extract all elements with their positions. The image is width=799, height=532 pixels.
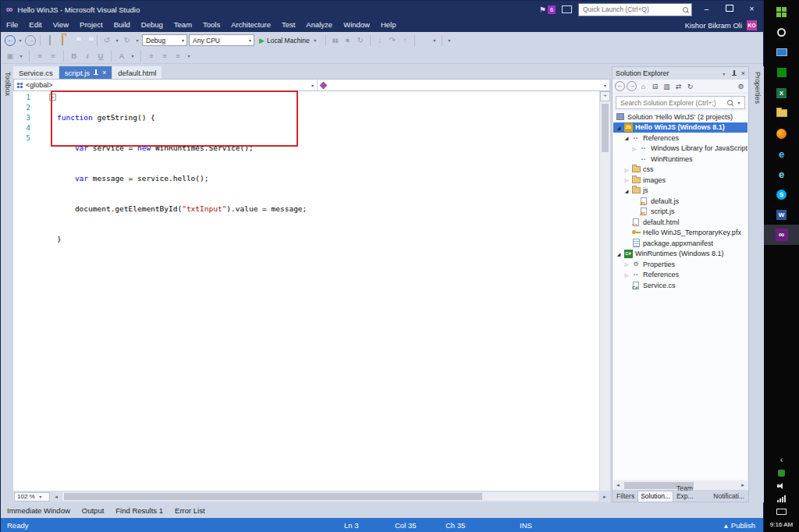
italic-icon[interactable]: I xyxy=(82,51,93,60)
properties-collapsed-tab[interactable]: Properties xyxy=(749,66,765,502)
solution-explorer-header[interactable]: Solution Explorer ▾ × xyxy=(613,67,748,80)
sync-with-active-document-icon[interactable]: ⇄ xyxy=(673,83,684,90)
menu-item-team[interactable]: Team xyxy=(169,18,197,32)
user-avatar[interactable]: KO xyxy=(747,20,757,30)
menu-item-debug[interactable]: Debug xyxy=(136,18,169,32)
code-editor[interactable]: 1 2 3 4 5 − function getString() { var s… xyxy=(13,91,610,491)
close-icon[interactable]: × xyxy=(102,69,106,76)
chevron-down-icon[interactable]: ▾ xyxy=(130,53,136,59)
chevron-down-icon[interactable]: ▾ xyxy=(18,53,24,59)
collapse-all-icon[interactable]: ⊟ xyxy=(650,83,660,90)
step-out-icon[interactable]: ↑ xyxy=(400,36,410,44)
expander-icon[interactable]: ◢ xyxy=(615,125,623,130)
menu-item-help[interactable]: Help xyxy=(375,18,402,32)
skype-icon[interactable]: S xyxy=(764,184,799,204)
style-block-icon[interactable]: ▣ xyxy=(5,51,16,60)
step-over-icon[interactable]: ↷ xyxy=(387,36,398,44)
step-into-icon[interactable]: ↓ xyxy=(375,36,385,44)
notifications-flag[interactable]: ⚑ 6 xyxy=(539,5,556,14)
toolbar-options-icon[interactable]: ▾ xyxy=(186,53,192,59)
pin-icon[interactable] xyxy=(93,69,99,76)
increase-indent-icon[interactable]: ≡ xyxy=(48,51,59,60)
code-text[interactable]: function getString() { var service = new… xyxy=(57,92,307,264)
redo-dropdown-icon[interactable]: ▾ xyxy=(134,37,140,43)
menu-item-file[interactable]: File xyxy=(1,18,23,32)
tab-service-cs[interactable]: Service.cs xyxy=(13,66,59,79)
hidden-icons-chevron[interactable]: ‹ xyxy=(780,456,783,463)
tab-find-results[interactable]: Find Results 1 xyxy=(115,506,163,515)
solution-platforms-dropdown[interactable]: Any CPU ▾ xyxy=(189,34,254,46)
publish-button[interactable]: ▴ Publish xyxy=(724,518,755,532)
restart-icon[interactable]: ↻ xyxy=(355,36,366,44)
expander-icon[interactable]: ▷ xyxy=(623,272,630,278)
safely-remove-icon[interactable] xyxy=(778,470,785,477)
menu-item-edit[interactable]: Edit xyxy=(23,18,47,32)
editor-horizontal-scrollbar[interactable] xyxy=(62,492,598,501)
expander-icon[interactable]: ◢ xyxy=(623,135,630,140)
expander-icon[interactable]: ▷ xyxy=(630,146,638,151)
scroll-right-icon[interactable]: ► xyxy=(738,483,748,488)
forward-icon[interactable]: → xyxy=(627,81,637,91)
navigate-backward-icon[interactable]: ← xyxy=(5,35,16,46)
excel-icon[interactable]: X xyxy=(764,83,799,103)
tree-item-winruntimes-ref[interactable]: ▪▪ WinRuntimes xyxy=(613,154,748,165)
tree-item-temporary-key[interactable]: Hello WinJS_TemporaryKey.pfx xyxy=(613,228,748,239)
tab-script-js[interactable]: script.js × xyxy=(59,66,112,79)
tree-item-project-winruntimes[interactable]: ◢ C# WinRuntimes (Windows 8.1) xyxy=(613,249,748,260)
tree-item-css-folder[interactable]: ▷ css xyxy=(613,165,748,176)
expander-icon[interactable]: ▷ xyxy=(623,261,630,267)
open-file-icon[interactable] xyxy=(57,36,68,44)
show-all-files-icon[interactable]: ▥ xyxy=(662,83,672,90)
store-icon[interactable] xyxy=(764,62,799,83)
solution-search-box[interactable]: ▾ xyxy=(616,96,745,109)
scroll-left-icon[interactable]: ◄ xyxy=(51,495,61,499)
quick-launch-input[interactable] xyxy=(581,5,680,14)
scope-dropdown[interactable]: <global> ▾ xyxy=(14,80,318,90)
scrollbar-thumb[interactable] xyxy=(64,493,482,500)
scrollbar-thumb[interactable] xyxy=(602,104,609,152)
tree-item-images-folder[interactable]: ▷ images xyxy=(613,175,748,186)
back-icon[interactable]: ← xyxy=(615,81,625,91)
align-center-icon[interactable]: ≡ xyxy=(159,51,170,60)
navigate-forward-icon[interactable]: → xyxy=(25,35,36,46)
tab-filters[interactable]: Filters xyxy=(614,491,637,502)
menu-item-view[interactable]: View xyxy=(48,18,74,32)
home-icon[interactable]: ⌂ xyxy=(638,83,648,90)
close-icon[interactable]: × xyxy=(741,69,745,77)
restore-button[interactable] xyxy=(721,2,737,17)
desktop-icon[interactable] xyxy=(764,42,799,62)
tree-item-solution[interactable]: Solution 'Hello WinJS' (2 projects) xyxy=(613,112,748,122)
zoom-dropdown[interactable]: 102 % ▾ xyxy=(14,492,50,502)
break-all-icon[interactable]: ▮▮ xyxy=(330,37,341,44)
undo-icon[interactable]: ↺ xyxy=(101,36,112,44)
stop-debugging-icon[interactable]: ■ xyxy=(343,37,353,44)
menu-item-architecture[interactable]: Architecture xyxy=(225,18,276,32)
touch-keyboard-icon[interactable] xyxy=(776,509,787,515)
tab-solution-explorer[interactable]: Solution... xyxy=(637,491,673,502)
internet-explorer-desktop-icon[interactable]: e xyxy=(764,164,799,184)
tab-error-list[interactable]: Error List xyxy=(175,506,205,515)
tab-notifications[interactable]: Notificati... xyxy=(711,491,747,502)
menu-item-project[interactable]: Project xyxy=(74,18,108,32)
bold-icon[interactable]: B xyxy=(69,51,80,60)
menu-item-tools[interactable]: Tools xyxy=(197,18,225,32)
expander-icon[interactable]: ▷ xyxy=(623,177,630,183)
internet-explorer-icon[interactable]: e xyxy=(764,144,799,164)
tab-output[interactable]: Output xyxy=(82,506,105,515)
chevron-down-icon[interactable]: ▾ xyxy=(431,37,438,43)
scrollbar-plus-button[interactable]: + xyxy=(600,91,610,101)
tree-item-winjs-library[interactable]: ▷ ▪▪ Windows Library for JavaScript xyxy=(613,144,748,154)
window-position-icon[interactable]: ▾ xyxy=(721,71,727,76)
feedback-icon[interactable] xyxy=(562,5,572,13)
scroll-left-icon[interactable]: ◄ xyxy=(613,483,623,488)
tab-immediate-window[interactable]: Immediate Window xyxy=(7,506,70,515)
file-explorer-icon[interactable] xyxy=(764,103,799,123)
tree-item-default-js[interactable]: JS default.js xyxy=(613,196,748,207)
skydrive-icon[interactable] xyxy=(764,22,799,42)
tree-item-properties[interactable]: ▷ ⚙ Properties xyxy=(613,259,748,270)
quick-launch-box[interactable] xyxy=(578,3,692,16)
expander-icon[interactable]: ▷ xyxy=(623,167,630,172)
editor-vertical-scrollbar[interactable]: + xyxy=(599,91,610,491)
new-file-icon[interactable] xyxy=(44,36,55,44)
undo-dropdown-icon[interactable]: ▾ xyxy=(114,37,120,43)
